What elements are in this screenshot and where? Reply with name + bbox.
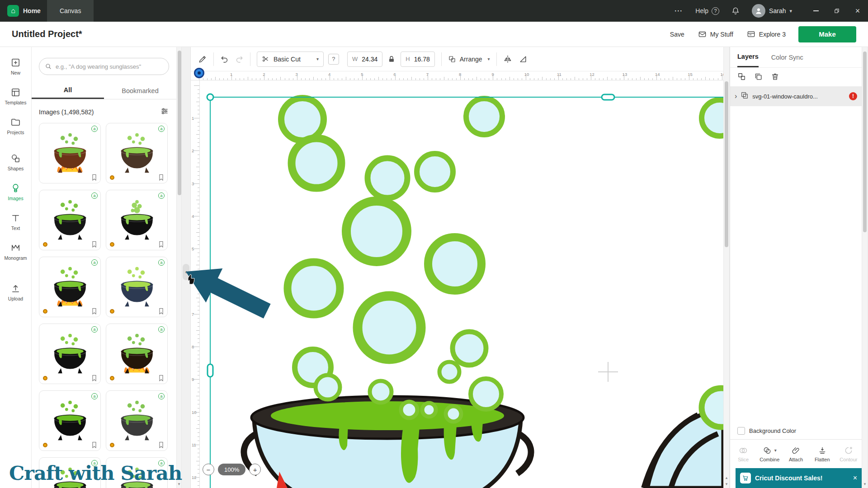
bookmark-icon[interactable] (157, 374, 165, 382)
bookmark-icon[interactable] (90, 374, 98, 382)
selection-handle[interactable] (602, 94, 614, 100)
bubble-shape[interactable] (288, 262, 340, 314)
image-tile[interactable]: a (39, 123, 101, 183)
sidebar-item-templates[interactable]: Templates (0, 81, 32, 111)
background-color-swatch[interactable] (737, 427, 745, 435)
minimize-button[interactable] (806, 0, 826, 22)
attach-button[interactable]: Attach (783, 440, 809, 468)
tab-canvas[interactable]: Canvas (47, 0, 94, 22)
height-field[interactable]: H 16.78 (401, 52, 434, 67)
bubble-shape[interactable] (446, 406, 461, 422)
promo-banner[interactable]: Cricut Discount Sales! × (736, 468, 862, 488)
sidebar-item-projects[interactable]: Projects (0, 111, 32, 141)
account-menu[interactable]: Sarah ▾ (752, 4, 792, 18)
zoom-in-button[interactable]: + (249, 464, 261, 475)
bubble-shape[interactable] (417, 154, 453, 190)
slice-button[interactable]: Slice (730, 440, 756, 468)
bubble-shape[interactable] (702, 388, 723, 427)
bubble-shape[interactable] (471, 379, 501, 409)
group-button[interactable] (737, 72, 746, 81)
bubble-shape[interactable] (368, 158, 407, 198)
bookmark-icon[interactable] (90, 240, 98, 248)
bubble-shape[interactable] (466, 99, 502, 135)
restore-button[interactable] (826, 0, 847, 22)
width-field[interactable]: W 24.34 (347, 52, 382, 67)
bookmark-icon[interactable] (157, 174, 165, 181)
sidebar-item-new[interactable]: New (0, 52, 32, 81)
bookmark-icon[interactable] (157, 240, 165, 248)
bubble-shape[interactable] (439, 362, 459, 382)
window-scrollbar[interactable]: ▾ (862, 47, 868, 488)
chevron-right-icon[interactable]: › (735, 92, 737, 100)
selection-handle[interactable] (207, 94, 213, 100)
delete-button[interactable] (771, 72, 779, 81)
arrange-menu[interactable]: Arrange ▾ (448, 55, 490, 63)
scroll-thumb[interactable] (725, 81, 728, 247)
bubble-shape[interactable] (346, 201, 407, 262)
undo-button[interactable] (220, 55, 229, 64)
layer-error-badge[interactable]: ! (849, 92, 857, 100)
overflow-menu-icon[interactable]: ⋯ (674, 6, 683, 16)
explore-button[interactable]: Explore 3 (747, 30, 786, 38)
linetype-help-button[interactable]: ? (328, 54, 339, 65)
bubble-shape[interactable] (358, 296, 421, 359)
sidebar-item-images[interactable]: Images (0, 177, 32, 207)
zoom-level[interactable]: 100% (218, 464, 245, 475)
bubble-shape[interactable] (370, 381, 392, 403)
help-button[interactable]: Help ? (695, 7, 719, 15)
scroll-thumb[interactable] (178, 51, 181, 195)
image-tile[interactable]: a (106, 123, 168, 183)
flip-vertical-button[interactable] (519, 55, 528, 64)
bookmark-icon[interactable] (90, 174, 98, 181)
redo-button[interactable] (235, 55, 244, 64)
bookmark-icon[interactable] (157, 307, 165, 315)
home-button[interactable]: ⌂ Home (7, 5, 41, 17)
bubble-shape[interactable] (428, 237, 481, 291)
image-tile[interactable]: a (106, 390, 168, 451)
bookmark-icon[interactable] (90, 441, 98, 449)
tab-color-sync[interactable]: Color Sync (771, 47, 803, 67)
canvas-scrollbar[interactable]: ▴ ▾ (723, 47, 730, 488)
image-tile[interactable]: a (39, 190, 101, 250)
tab-all[interactable]: All (32, 82, 104, 99)
sidebar-item-monogram[interactable]: Monogram (0, 237, 32, 267)
bookmark-icon[interactable] (157, 441, 165, 449)
bubble-shape[interactable] (422, 403, 436, 417)
flip-horizontal-button[interactable] (503, 55, 512, 64)
combine-button[interactable]: ▾ Combine (756, 440, 783, 468)
image-tile[interactable]: a (39, 257, 101, 317)
scroll-thumb[interactable] (863, 52, 867, 232)
scroll-down-arrow[interactable]: ▾ (724, 481, 729, 487)
image-tile[interactable]: a (39, 390, 101, 451)
image-tile[interactable]: a (106, 190, 168, 250)
image-tile[interactable]: a (106, 324, 168, 384)
background-color-row[interactable]: Background Color (730, 422, 862, 439)
image-tile[interactable]: a (39, 324, 101, 384)
bubble-shape[interactable] (702, 100, 723, 136)
ruler-origin-button[interactable] (194, 68, 204, 78)
bookmark-icon[interactable] (90, 307, 98, 315)
flatten-button[interactable]: Flatten (809, 440, 835, 468)
selection-handle[interactable] (208, 364, 213, 377)
tab-layers[interactable]: Layers (737, 47, 759, 67)
edit-tool-button[interactable] (198, 55, 207, 64)
filter-button[interactable] (160, 107, 169, 117)
image-tile[interactable]: a (106, 257, 168, 317)
my-stuff-button[interactable]: My Stuff (698, 30, 733, 38)
contour-button[interactable]: Contour (835, 440, 862, 468)
linetype-select[interactable]: Basic Cut ▾ (257, 52, 324, 67)
images-panel-scrollbar[interactable]: ▾ (176, 47, 182, 488)
make-button[interactable]: Make (798, 26, 856, 42)
scroll-up-arrow[interactable]: ▴ (724, 474, 729, 481)
zoom-out-button[interactable]: − (203, 464, 214, 475)
tab-bookmarked[interactable]: Bookmarked (104, 82, 176, 99)
aspect-lock-button[interactable] (387, 55, 396, 64)
save-button[interactable]: Save (670, 31, 684, 38)
sidebar-item-upload[interactable]: Upload (0, 277, 32, 307)
image-search[interactable] (39, 58, 169, 75)
notifications-button[interactable] (731, 6, 740, 15)
bubble-shape[interactable] (292, 138, 341, 188)
bubble-shape[interactable] (281, 98, 324, 141)
scroll-down-arrow[interactable]: ▾ (862, 481, 868, 487)
close-button[interactable]: × (847, 0, 868, 22)
